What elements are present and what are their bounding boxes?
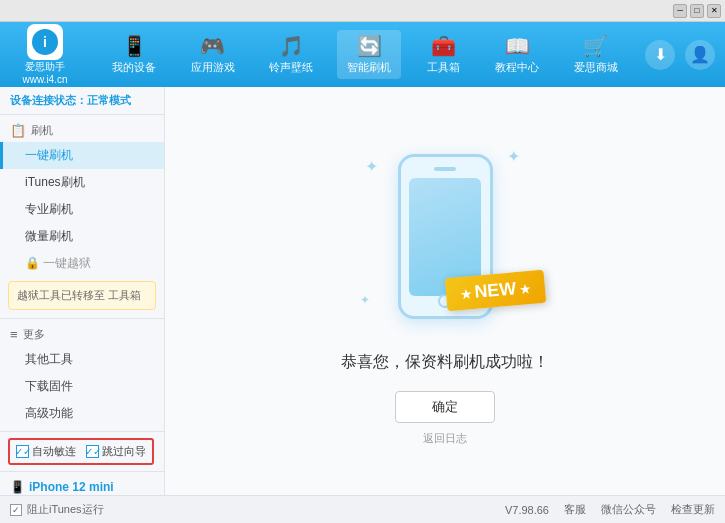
mall-icon: 🛒 — [583, 34, 608, 58]
sparkle-topleft: ✦ — [365, 157, 378, 176]
sparkle-bottomleft: ✦ — [360, 293, 370, 307]
sidebar-item-download[interactable]: 下载固件 — [0, 373, 164, 400]
flash-section-label: 刷机 — [31, 123, 53, 138]
check-update-link[interactable]: 检查更新 — [671, 502, 715, 517]
apps-label: 应用游戏 — [191, 60, 235, 75]
nav-mydevice[interactable]: 📱 我的设备 — [102, 30, 166, 79]
apps-icon: 🎮 — [200, 34, 225, 58]
download-button[interactable]: ⬇ — [645, 40, 675, 70]
wechat-link[interactable]: 微信公众号 — [601, 502, 656, 517]
smartflash-label: 智能刷机 — [347, 60, 391, 75]
mydevice-icon: 📱 — [122, 34, 147, 58]
version-label: V7.98.66 — [505, 504, 549, 516]
content-area: ✦ ✦ ✦ NEW 恭喜您，保资料刷机成功啦！ 确定 返回日志 — [165, 87, 725, 495]
nav-mall[interactable]: 🛒 爱思商城 — [564, 30, 628, 79]
footer-left: ✓ 阻止iTunes运行 — [10, 502, 104, 517]
success-message: 恭喜您，保资料刷机成功啦！ — [341, 352, 549, 373]
skip-wizard-checkbox[interactable]: ✓ 跳过向导 — [86, 444, 146, 459]
toolbox-label: 工具箱 — [427, 60, 460, 75]
svg-text:i: i — [43, 34, 47, 50]
status-bar: 设备连接状态：正常模式 — [0, 87, 164, 115]
sidebar-item-advanced[interactable]: 高级功能 — [0, 400, 164, 427]
back-link[interactable]: 返回日志 — [423, 431, 467, 446]
tutorial-label: 教程中心 — [495, 60, 539, 75]
jailbreak-notice: 越狱工具已转移至 工具箱 — [8, 281, 156, 310]
close-button[interactable]: ✕ — [707, 4, 721, 18]
footer-right: V7.98.66 客服 微信公众号 检查更新 — [505, 502, 715, 517]
logo-url: www.i4.cn — [22, 73, 67, 86]
main-area: 设备连接状态：正常模式 📋 刷机 一键刷机 iTunes刷机 专业刷机 微量刷机… — [0, 87, 725, 495]
illustration: ✦ ✦ ✦ NEW — [355, 137, 535, 337]
auto-connect-check-icon: ✓ — [16, 445, 29, 458]
mall-label: 爱思商城 — [574, 60, 618, 75]
nav-bar: 📱 我的设备 🎮 应用游戏 🎵 铃声壁纸 🔄 智能刷机 🧰 工具箱 📖 教程中心… — [95, 30, 635, 79]
nav-smartflash[interactable]: 🔄 智能刷机 — [337, 30, 401, 79]
logo[interactable]: i 爱思助手 www.i4.cn — [10, 24, 80, 86]
sidebar-item-jailbreak: 🔒 一键越狱 — [0, 250, 164, 277]
account-button[interactable]: 👤 — [685, 40, 715, 70]
customer-service-link[interactable]: 客服 — [564, 502, 586, 517]
stop-itunes-label: 阻止iTunes运行 — [27, 502, 104, 517]
nav-ringtone[interactable]: 🎵 铃声壁纸 — [259, 30, 323, 79]
window-controls[interactable]: ─ □ ✕ — [673, 4, 721, 18]
minimize-button[interactable]: ─ — [673, 4, 687, 18]
header-right: ⬇ 👤 — [645, 40, 715, 70]
toolbox-icon: 🧰 — [431, 34, 456, 58]
skip-wizard-label: 跳过向导 — [102, 444, 146, 459]
status-prefix: 设备连接状态： — [10, 94, 87, 106]
tutorial-icon: 📖 — [505, 34, 530, 58]
nav-apps[interactable]: 🎮 应用游戏 — [181, 30, 245, 79]
ringtone-label: 铃声壁纸 — [269, 60, 313, 75]
title-bar: ─ □ ✕ — [0, 0, 725, 22]
device-name: 📱 iPhone 12 mini — [10, 480, 154, 494]
phone-speaker — [434, 167, 456, 171]
status-value: 正常模式 — [87, 94, 131, 106]
sidebar-item-other[interactable]: 其他工具 — [0, 346, 164, 373]
device-info: 📱 iPhone 12 mini 64GB Down-12mini-13,1 — [0, 471, 164, 495]
more-section-label: 更多 — [23, 327, 45, 342]
auto-connect-checkbox[interactable]: ✓ 自动敏连 — [16, 444, 76, 459]
nav-tutorial[interactable]: 📖 教程中心 — [485, 30, 549, 79]
stop-itunes-checkbox[interactable]: ✓ — [10, 504, 22, 516]
auto-connect-label: 自动敏连 — [32, 444, 76, 459]
footer: ✓ 阻止iTunes运行 V7.98.66 客服 微信公众号 检查更新 — [0, 495, 725, 523]
more-section-header: ≡ 更多 — [0, 323, 164, 346]
sidebar-item-pro[interactable]: 专业刷机 — [0, 196, 164, 223]
logo-name: 爱思助手 — [22, 60, 67, 73]
ringtone-icon: 🎵 — [279, 34, 304, 58]
maximize-button[interactable]: □ — [690, 4, 704, 18]
logo-icon: i — [27, 24, 63, 60]
sidebar-item-wipe[interactable]: 微量刷机 — [0, 223, 164, 250]
more-section: ≡ 更多 其他工具 下载固件 高级功能 — [0, 318, 164, 431]
mydevice-label: 我的设备 — [112, 60, 156, 75]
flash-section-icon: 📋 — [10, 123, 26, 138]
smartflash-icon: 🔄 — [357, 34, 382, 58]
confirm-button[interactable]: 确定 — [395, 391, 495, 423]
header: i 爱思助手 www.i4.cn 📱 我的设备 🎮 应用游戏 🎵 铃声壁纸 🔄 … — [0, 22, 725, 87]
nav-toolbox[interactable]: 🧰 工具箱 — [416, 30, 471, 79]
sparkle-topright: ✦ — [507, 147, 520, 166]
flash-section-header: 📋 刷机 — [0, 119, 164, 142]
sidebar-item-onekey[interactable]: 一键刷机 — [0, 142, 164, 169]
sidebar: 设备连接状态：正常模式 📋 刷机 一键刷机 iTunes刷机 专业刷机 微量刷机… — [0, 87, 165, 495]
device-icon: 📱 — [10, 480, 25, 494]
skip-wizard-check-icon: ✓ — [86, 445, 99, 458]
sidebar-item-itunes[interactable]: iTunes刷机 — [0, 169, 164, 196]
flash-section: 📋 刷机 一键刷机 iTunes刷机 专业刷机 微量刷机 🔒 一键越狱 越狱工具… — [0, 115, 164, 318]
